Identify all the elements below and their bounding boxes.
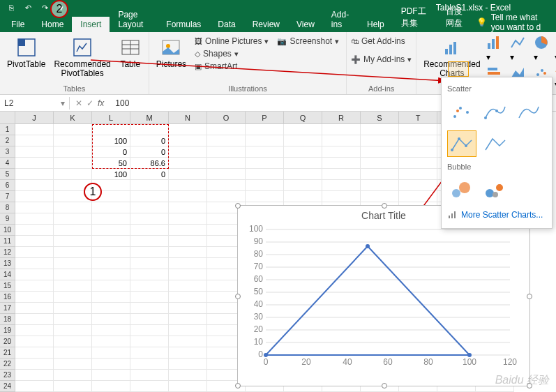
cell-J7[interactable] (15, 191, 54, 202)
cell-K2[interactable] (54, 135, 92, 146)
cell-N4[interactable] (169, 158, 207, 169)
cell-L18[interactable] (92, 314, 130, 325)
cell-K15[interactable] (54, 280, 92, 292)
cell-T2[interactable] (399, 135, 437, 146)
cell-K18[interactable] (54, 314, 92, 325)
cell-M6[interactable] (130, 180, 169, 191)
row-header-6[interactable]: 6 (0, 180, 15, 191)
cell-M13[interactable] (130, 258, 169, 269)
cell-N16[interactable] (169, 292, 207, 303)
cell-L1[interactable] (92, 124, 130, 135)
row-header-3[interactable]: 3 (0, 146, 15, 158)
cell-M7[interactable] (130, 191, 169, 202)
select-all-corner[interactable] (0, 112, 15, 124)
cell-J12[interactable] (15, 247, 54, 258)
cancel-formula-icon[interactable]: ✕ (75, 98, 82, 108)
cell-K24[interactable] (54, 381, 92, 392)
cell-M18[interactable] (130, 314, 169, 325)
scatter-straight-markers[interactable] (447, 130, 476, 157)
cell-S4[interactable] (361, 158, 399, 169)
line-chart-icon[interactable]: ▾ (510, 35, 528, 62)
cell-J22[interactable] (15, 359, 54, 370)
cell-L21[interactable] (92, 347, 130, 359)
cell-Q5[interactable] (284, 169, 322, 180)
row-header-19[interactable]: 19 (0, 325, 15, 336)
cell-J17[interactable] (15, 303, 54, 314)
cell-T3[interactable] (399, 146, 437, 158)
row-header-15[interactable]: 15 (0, 280, 15, 292)
row-header-22[interactable]: 22 (0, 359, 15, 370)
cell-N23[interactable] (169, 370, 207, 381)
row-header-4[interactable]: 4 (0, 158, 15, 169)
cell-K19[interactable] (54, 325, 92, 336)
cell-M9[interactable] (130, 213, 169, 225)
cell-O3[interactable] (207, 146, 246, 158)
cell-J21[interactable] (15, 347, 54, 359)
cell-R2[interactable] (322, 135, 361, 146)
cell-J4[interactable] (15, 158, 54, 169)
cell-K21[interactable] (54, 347, 92, 359)
cell-L15[interactable] (92, 280, 130, 292)
cell-N14[interactable] (169, 269, 207, 280)
cell-L4[interactable]: 50 (92, 158, 130, 169)
cell-N11[interactable] (169, 236, 207, 247)
cell-J3[interactable] (15, 146, 54, 158)
cell-L10[interactable] (92, 225, 130, 236)
row-header-10[interactable]: 10 (0, 225, 15, 236)
cell-J1[interactable] (15, 124, 54, 135)
table-button[interactable]: Table (117, 35, 144, 70)
cell-M12[interactable] (130, 247, 169, 258)
cell-J10[interactable] (15, 225, 54, 236)
cell-R6[interactable] (322, 180, 361, 191)
cell-P4[interactable] (246, 158, 284, 169)
cell-N9[interactable] (169, 213, 207, 225)
row-header-13[interactable]: 13 (0, 258, 15, 269)
row-header-12[interactable]: 12 (0, 247, 15, 258)
cell-R7[interactable] (322, 191, 361, 202)
cell-K9[interactable] (54, 213, 92, 225)
cell-M22[interactable] (130, 359, 169, 370)
row-header-18[interactable]: 18 (0, 314, 15, 325)
cell-M16[interactable] (130, 292, 169, 303)
row-header-5[interactable]: 5 (0, 169, 15, 180)
cell-K14[interactable] (54, 269, 92, 280)
cell-N19[interactable] (169, 325, 207, 336)
cell-T1[interactable] (399, 124, 437, 135)
pie-chart-icon[interactable]: ▾ (534, 35, 552, 62)
smartart-button[interactable]: ▣ SmartArt (192, 60, 271, 73)
cell-P3[interactable] (246, 146, 284, 158)
cell-L13[interactable] (92, 258, 130, 269)
cell-O7[interactable] (207, 191, 246, 202)
row-header-17[interactable]: 17 (0, 303, 15, 314)
cell-N24[interactable] (169, 381, 207, 392)
online-pictures-button[interactable]: 🖼 Online Pictures ▾ (192, 35, 271, 47)
cell-M17[interactable] (130, 303, 169, 314)
cell-P5[interactable] (246, 169, 284, 180)
cell-J6[interactable] (15, 180, 54, 191)
cell-T6[interactable] (399, 180, 437, 191)
pivottable-button[interactable]: PivotTable (4, 35, 48, 70)
column-chart-icon[interactable]: ▾ (486, 35, 504, 62)
tab-data[interactable]: Data (209, 17, 243, 32)
cell-L19[interactable] (92, 325, 130, 336)
cell-N5[interactable] (169, 169, 207, 180)
cell-M23[interactable] (130, 370, 169, 381)
col-header-N[interactable]: N (169, 112, 207, 124)
cell-Q1[interactable] (284, 124, 322, 135)
cell-K5[interactable] (54, 169, 92, 180)
cell-L3[interactable]: 0 (92, 146, 130, 158)
cell-P6[interactable] (246, 180, 284, 191)
cell-M20[interactable] (130, 336, 169, 347)
cell-K12[interactable] (54, 247, 92, 258)
row-header-14[interactable]: 14 (0, 269, 15, 280)
screenshot-button[interactable]: 📷 Screenshot ▾ (274, 35, 342, 47)
tab-formulas[interactable]: Formulas (158, 17, 209, 32)
col-header-M[interactable]: M (130, 112, 169, 124)
cell-T5[interactable] (399, 169, 437, 180)
row-header-16[interactable]: 16 (0, 292, 15, 303)
cell-J20[interactable] (15, 336, 54, 347)
cell-N13[interactable] (169, 258, 207, 269)
cell-L14[interactable] (92, 269, 130, 280)
scatter-smooth[interactable] (514, 98, 543, 125)
cell-Q4[interactable] (284, 158, 322, 169)
